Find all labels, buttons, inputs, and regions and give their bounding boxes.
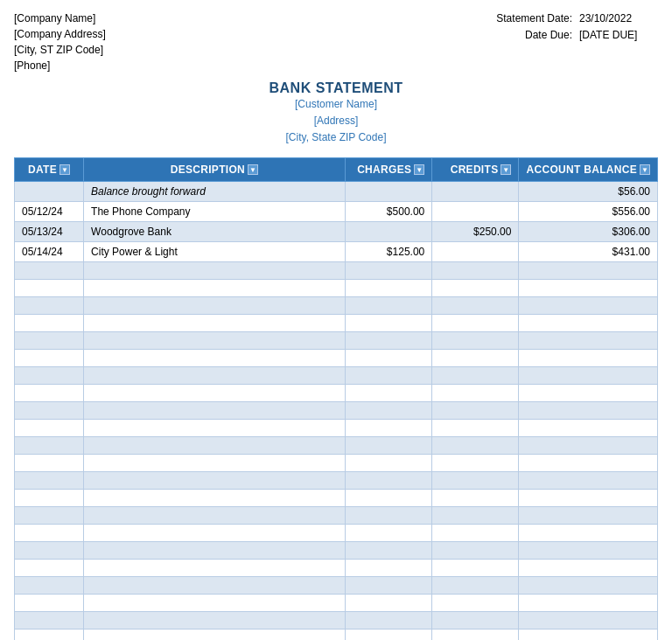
cell-charges: [345, 279, 432, 296]
cell-charges: [345, 349, 432, 366]
table-body: Balance brought forward$56.0005/12/24The…: [15, 181, 658, 640]
cell-balance: [519, 384, 658, 401]
cell-date: 05/13/24: [15, 221, 84, 241]
cell-balance: [519, 296, 658, 314]
cell-credits: [432, 559, 519, 576]
cell-date: [15, 279, 84, 296]
cell-date: [15, 594, 84, 611]
cell-date: [15, 611, 84, 629]
cell-balance: [519, 629, 658, 640]
cell-credits: [432, 296, 519, 314]
cell-charges: [345, 366, 432, 384]
cell-balance: [519, 454, 658, 471]
table-row: [15, 279, 658, 296]
col-header-description: DESCRIPTION ▼: [84, 157, 346, 181]
cell-balance: $556.00: [519, 201, 658, 221]
date-dropdown-icon[interactable]: ▼: [60, 164, 70, 175]
cell-credits: [432, 489, 519, 506]
cell-credits: [432, 181, 519, 201]
description-dropdown-icon[interactable]: ▼: [248, 164, 258, 175]
cell-description: [84, 611, 346, 629]
cell-description: Balance brought forward: [84, 181, 346, 201]
table-row: [15, 349, 658, 366]
cell-credits: [432, 419, 519, 436]
cell-description: [84, 559, 346, 576]
table-row: [15, 471, 658, 489]
cell-date: [15, 296, 84, 314]
cell-credits: [432, 629, 519, 640]
cell-date: [15, 576, 84, 594]
cell-balance: $431.00: [519, 241, 658, 261]
table-row: [15, 384, 658, 401]
cell-charges: $500.00: [345, 201, 432, 221]
cell-charges: [345, 506, 432, 524]
cell-description: The Phone Company: [84, 201, 346, 221]
cell-description: [84, 401, 346, 419]
cell-balance: [519, 506, 658, 524]
table-row: [15, 611, 658, 629]
cell-charges: [345, 629, 432, 640]
company-info: [Company Name] [Company Address] [City, …: [14, 10, 106, 73]
customer-city: [City, State ZIP Code]: [14, 129, 658, 146]
cell-credits: [432, 524, 519, 541]
cell-balance: [519, 559, 658, 576]
col-header-credits: CREDITS ▼: [432, 157, 519, 181]
table-row: [15, 419, 658, 436]
table-row: [15, 436, 658, 454]
cell-date: [15, 471, 84, 489]
company-city: [City, ST ZIP Code]: [14, 42, 106, 58]
cell-charges: [345, 611, 432, 629]
col-header-date: DATE ▼: [15, 157, 84, 181]
table-row: 05/12/24The Phone Company$500.00$556.00: [15, 201, 658, 221]
cell-description: [84, 594, 346, 611]
cell-charges: [345, 314, 432, 331]
cell-balance: [519, 401, 658, 419]
company-name: [Company Name]: [14, 10, 106, 26]
table-row: [15, 594, 658, 611]
balance-dropdown-icon[interactable]: ▼: [640, 164, 650, 175]
cell-credits: [432, 436, 519, 454]
statement-info: Statement Date: 23/10/2022 Date Due: [DA…: [496, 10, 658, 44]
cell-balance: [519, 594, 658, 611]
table-row: Balance brought forward$56.00: [15, 181, 658, 201]
cell-date: [15, 489, 84, 506]
charges-dropdown-icon[interactable]: ▼: [414, 164, 424, 175]
cell-date: [15, 314, 84, 331]
cell-balance: [519, 576, 658, 594]
cell-charges: [345, 471, 432, 489]
credits-dropdown-icon[interactable]: ▼: [500, 164, 511, 175]
cell-balance: [519, 489, 658, 506]
table-row: [15, 401, 658, 419]
cell-credits: [432, 471, 519, 489]
cell-description: [84, 366, 346, 384]
cell-date: [15, 366, 84, 384]
cell-credits: [432, 506, 519, 524]
statement-date-label: Statement Date:: [496, 10, 572, 27]
cell-charges: $125.00: [345, 241, 432, 261]
cell-balance: [519, 331, 658, 349]
table-row: [15, 541, 658, 559]
cell-date: [15, 541, 84, 559]
cell-charges: [345, 576, 432, 594]
cell-credits: $250.00: [432, 221, 519, 241]
cell-charges: [345, 384, 432, 401]
cell-balance: [519, 541, 658, 559]
table-row: [15, 629, 658, 640]
cell-balance: [519, 524, 658, 541]
table-row: [15, 576, 658, 594]
cell-credits: [432, 349, 519, 366]
cell-date: [15, 559, 84, 576]
cell-description: [84, 506, 346, 524]
statement-table: DATE ▼ DESCRIPTION ▼ CHARGES ▼: [14, 157, 658, 640]
date-due-row: Date Due: [DATE DUE]: [496, 27, 658, 44]
cell-charges: [345, 181, 432, 201]
cell-charges: [345, 261, 432, 279]
cell-description: [84, 384, 346, 401]
cell-charges: [345, 559, 432, 576]
statement-date-row: Statement Date: 23/10/2022: [496, 10, 658, 27]
date-due-label: Date Due:: [525, 27, 572, 44]
cell-credits: [432, 366, 519, 384]
cell-credits: [432, 201, 519, 221]
statement-date-value: 23/10/2022: [579, 10, 658, 27]
cell-description: [84, 314, 346, 331]
